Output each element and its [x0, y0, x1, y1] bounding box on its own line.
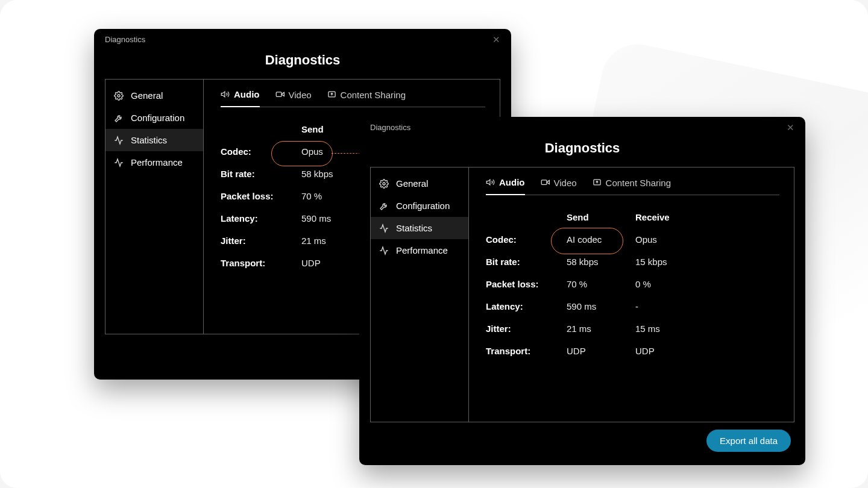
gear-icon	[379, 179, 389, 189]
stats-value-send: 590 ms	[567, 301, 635, 311]
titlebar: Diagnostics ✕	[94, 29, 511, 44]
speaker-icon	[486, 178, 495, 187]
tabs: AudioVideoContent Sharing	[486, 177, 779, 195]
stats-label: Codec:	[486, 234, 567, 245]
activity-icon	[379, 224, 389, 233]
stats-label: Transport:	[221, 258, 301, 268]
stats-value-send: UDP	[567, 346, 635, 356]
sidebar-item-general[interactable]: General	[105, 84, 203, 107]
share-icon	[593, 178, 602, 187]
sidebar-item-statistics[interactable]: Statistics	[371, 217, 468, 239]
stats-header-receive: Receive	[635, 212, 704, 222]
stats-label: Jitter:	[486, 324, 567, 334]
tab-label: Audio	[234, 89, 260, 99]
sidebar-item-configuration[interactable]: Configuration	[105, 107, 203, 129]
stats-label: Bit rate:	[486, 257, 567, 267]
tab-label: Audio	[499, 177, 525, 187]
tab-content-sharing[interactable]: Content Sharing	[593, 177, 671, 195]
content: AudioVideoContent Sharing SendReceiveCod…	[469, 167, 794, 422]
svg-point-0	[118, 95, 120, 97]
tools-icon	[379, 201, 389, 211]
speaker-icon	[221, 90, 230, 99]
activity-icon	[114, 158, 124, 167]
tab-audio[interactable]: Audio	[486, 177, 525, 195]
stats-label: Latency:	[486, 301, 567, 311]
sidebar-item-general[interactable]: General	[371, 172, 468, 195]
stats-label: Latency:	[221, 213, 301, 224]
stats-label: Packet loss:	[221, 191, 301, 201]
page-title: Diagnostics	[359, 140, 805, 156]
sidebar-item-configuration[interactable]: Configuration	[371, 195, 468, 217]
diagnostics-window-after: Diagnostics ✕ Diagnostics GeneralConfigu…	[359, 117, 805, 465]
sidebar-item-label: General	[396, 178, 428, 189]
sidebar: GeneralConfigurationStatisticsPerformanc…	[105, 80, 204, 334]
stats-value-send: 70 %	[567, 279, 635, 289]
tab-audio[interactable]: Audio	[221, 89, 260, 107]
sidebar-item-label: General	[131, 90, 163, 101]
stats-value-receive: UDP	[635, 346, 704, 356]
tab-label: Content Sharing	[606, 178, 671, 188]
sidebar-item-performance[interactable]: Performance	[371, 239, 468, 261]
stats-value-send: 58 kbps	[567, 257, 635, 267]
activity-icon	[114, 136, 124, 145]
svg-rect-2	[276, 92, 281, 97]
stats-value-receive: Opus	[635, 234, 704, 245]
tab-video[interactable]: Video	[541, 177, 577, 195]
close-icon[interactable]: ✕	[492, 35, 500, 44]
export-all-data-button[interactable]: Export all data	[706, 430, 791, 452]
canvas: Diagnostics ✕ Diagnostics GeneralConfigu…	[0, 0, 868, 488]
svg-marker-1	[221, 92, 225, 97]
sidebar-item-statistics[interactable]: Statistics	[105, 129, 203, 151]
tab-video[interactable]: Video	[275, 89, 312, 107]
svg-marker-8	[547, 180, 549, 184]
stats-value-receive: 15 kbps	[635, 257, 704, 267]
titlebar: Diagnostics ✕	[359, 117, 805, 132]
activity-icon	[379, 246, 389, 255]
stats-label: Jitter:	[221, 236, 301, 246]
stats-grid: SendReceiveCodec:AI codecOpusBit rate:58…	[486, 212, 779, 356]
sidebar-item-label: Performance	[396, 245, 448, 255]
stats-spacer	[486, 212, 567, 222]
tab-label: Video	[554, 178, 577, 188]
stats-header-send: Send	[567, 212, 635, 222]
share-icon	[327, 90, 337, 99]
titlebar-text: Diagnostics	[370, 123, 410, 132]
stats-label: Codec:	[221, 146, 301, 157]
svg-rect-7	[541, 180, 547, 185]
video-icon	[541, 178, 550, 187]
svg-marker-3	[281, 92, 284, 96]
tab-label: Video	[289, 90, 312, 100]
sidebar-item-label: Statistics	[396, 223, 432, 233]
sidebar-item-label: Configuration	[396, 201, 450, 211]
stats-value-send: 21 ms	[567, 324, 635, 334]
stats-spacer	[221, 124, 301, 134]
sidebar-item-label: Statistics	[131, 135, 167, 145]
svg-point-5	[383, 183, 385, 185]
sidebar-item-label: Configuration	[131, 113, 184, 123]
sidebar-item-performance[interactable]: Performance	[105, 151, 203, 174]
sidebar-item-label: Performance	[131, 157, 183, 167]
titlebar-text: Diagnostics	[105, 35, 145, 44]
sidebar: GeneralConfigurationStatisticsPerformanc…	[371, 167, 469, 422]
svg-marker-6	[486, 180, 490, 185]
panel: GeneralConfigurationStatisticsPerformanc…	[370, 167, 794, 422]
gear-icon	[114, 91, 124, 101]
stats-label: Packet loss:	[486, 279, 567, 289]
tab-label: Content Sharing	[341, 90, 406, 100]
tab-content-sharing[interactable]: Content Sharing	[327, 89, 406, 107]
page-title: Diagnostics	[94, 52, 511, 68]
tabs: AudioVideoContent Sharing	[221, 89, 485, 107]
tools-icon	[114, 113, 124, 123]
stats-value-send: AI codec	[567, 234, 635, 245]
stats-label: Bit rate:	[221, 169, 301, 179]
stats-label: Transport:	[486, 346, 567, 356]
stats-value-receive: 15 ms	[635, 324, 704, 334]
stats-value-receive: 0 %	[635, 279, 704, 289]
close-icon[interactable]: ✕	[787, 123, 794, 132]
stats-value-receive: -	[635, 301, 704, 311]
video-icon	[275, 90, 285, 99]
